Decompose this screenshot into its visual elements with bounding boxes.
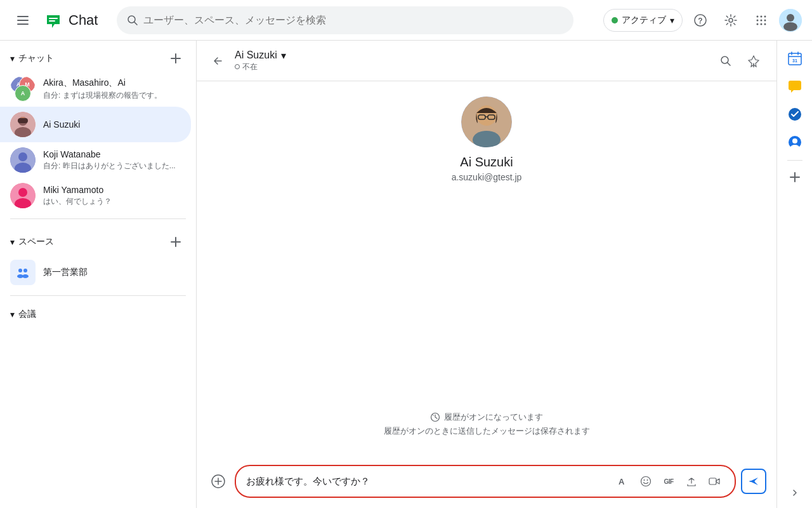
meetings-section[interactable]: ▾ 会議 [0,301,196,325]
svg-line-5 [134,22,137,25]
add-space-icon [170,236,181,248]
svg-point-68 [792,138,797,144]
contacts-button[interactable] [782,130,808,155]
emoji-button[interactable] [636,471,656,491]
svg-point-40 [22,274,29,278]
svg-point-20 [783,22,797,31]
video-button[interactable] [704,471,724,491]
right-chevron-icon [790,488,799,497]
svg-point-15 [756,23,758,25]
search-bar[interactable] [117,6,573,34]
koji-chat-name: Koji Watanabe [43,149,181,159]
chat-item-ai-suzuki[interactable]: Ai Suzuki [0,107,191,142]
right-chevron-button[interactable] [785,483,805,503]
apps-button[interactable] [749,8,774,33]
svg-point-12 [756,19,758,21]
svg-point-19 [787,14,794,22]
chat-messages: Ai Suzuki a.suzuki@gtest.jp 履歴がオンになっています… [197,81,776,457]
svg-point-56 [644,479,645,481]
ai-suzuki-chat-info: Ai Suzuki [43,119,181,130]
message-input[interactable] [246,476,608,487]
settings-button[interactable] [718,8,743,33]
chats-section-header[interactable]: ▾ チャット [0,41,196,71]
add-icon [170,53,181,64]
svg-point-38 [23,269,27,272]
hamburger-icon [17,16,29,25]
user-avatar [779,9,802,32]
gif-label: GIF [664,478,673,485]
svg-point-9 [756,15,758,17]
pin-button[interactable] [741,48,766,74]
add-space-button[interactable] [166,232,186,252]
chat-header-actions [713,48,766,74]
svg-point-11 [764,15,766,17]
group-chat-name: Akira、Masahiro、Ai [43,77,181,89]
svg-point-13 [760,19,762,21]
pin-icon [747,55,760,67]
app-title: Chat [69,12,98,29]
chat-bubble-icon [787,79,802,94]
contacts-icon [787,135,802,150]
svg-rect-58 [709,478,716,485]
back-button[interactable] [207,50,230,72]
svg-line-42 [728,62,731,65]
format-text-button[interactable]: A [613,471,633,491]
spaces-section-header[interactable]: ▾ スペース [0,224,196,255]
svg-rect-27 [18,118,28,123]
tasks-icon [787,107,802,122]
history-icon [430,412,440,422]
input-wrapper: A GIF [207,465,766,498]
gif-button[interactable]: GIF [658,471,679,491]
upload-button[interactable] [681,471,702,491]
message-input-container[interactable]: A GIF [235,465,736,498]
space-group-icon [15,265,30,280]
chat-item-koji[interactable]: Koji Watanabe 自分: 昨日はありがとうございました... [0,142,191,178]
input-area: A GIF [197,457,776,508]
add-chat-button[interactable] [166,48,186,69]
hamburger-button[interactable] [10,8,36,33]
ai-suzuki-avatar [10,112,36,137]
chat-header-name[interactable]: Ai Suzuki ▾ [235,50,708,62]
status-label: アクティブ [622,15,666,26]
svg-point-29 [18,152,27,161]
calendar-button[interactable]: 31 [782,46,808,71]
send-button[interactable] [741,469,766,494]
main-layout: ▾ チャット A M A Akira、Masahiro、Ai [0,41,812,508]
meetings-chevron-icon: ▾ [10,309,15,319]
format-text-icon: A [617,476,629,487]
profile-email: a.suzuki@gtest.jp [452,172,522,182]
help-icon: ? [694,14,707,27]
tasks-button[interactable] [782,102,808,127]
group-chat-preview: 自分: まずは現場視察の報告です。 [43,90,181,101]
miki-avatar [10,183,36,208]
attach-button[interactable] [207,470,230,493]
chat-search-button[interactable] [713,48,738,74]
settings-icon [724,14,737,27]
chat-item-group[interactable]: A M A Akira、Masahiro、Ai 自分: まずは現場視察の報告です… [0,71,191,107]
space-item-first-sales[interactable]: 第一営業部 [0,255,191,290]
help-button[interactable]: ? [688,8,713,33]
chat-item-miki[interactable]: Miki Yamamoto はい、何でしょう？ [0,178,191,213]
input-tools: A GIF [613,471,724,491]
koji-avatar [10,147,36,173]
chevron-down-icon: ▾ [670,15,674,25]
chat-bubble-button[interactable] [782,74,808,99]
right-sidebar: 31 [776,41,812,508]
miki-chat-preview: はい、何でしょう？ [43,196,181,207]
status-button[interactable]: アクティブ ▾ [603,9,683,32]
search-icon [127,15,138,26]
user-avatar-button[interactable] [779,9,802,32]
contact-profile: Ai Suzuki a.suzuki@gtest.jp [452,97,522,182]
header-right: アクティブ ▾ ? [603,8,802,33]
svg-rect-0 [17,16,29,17]
miki-chat-info: Miki Yamamoto はい、何でしょう？ [43,185,181,207]
search-input[interactable] [143,15,563,26]
profile-avatar [461,97,512,147]
group-chat-info: Akira、Masahiro、Ai 自分: まずは現場視察の報告です。 [43,77,181,101]
svg-point-32 [18,188,27,197]
svg-text:A: A [619,477,625,486]
apps-icon [755,14,768,27]
right-add-icon [789,171,801,184]
right-add-button[interactable] [783,166,806,189]
emoji-icon [640,476,652,487]
